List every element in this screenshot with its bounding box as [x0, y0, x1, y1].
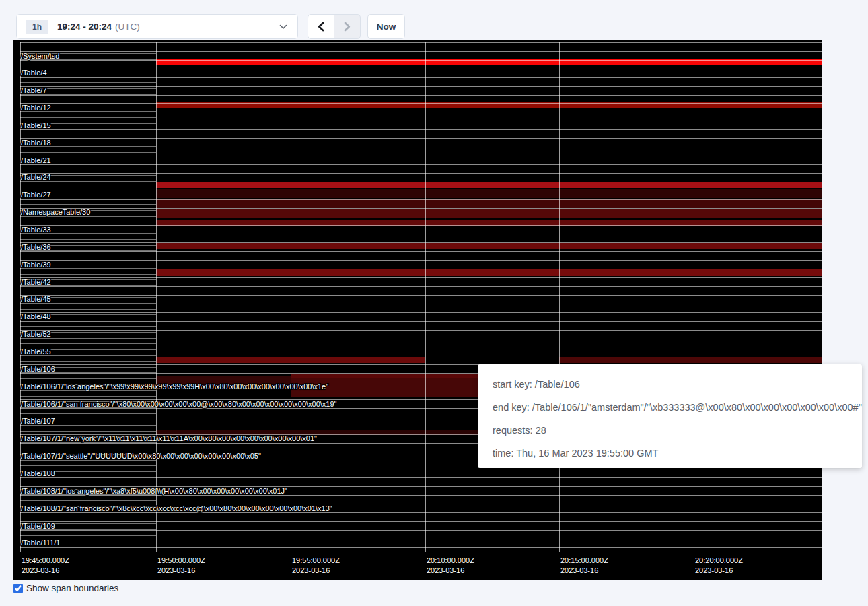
span-boundary-line — [20, 260, 822, 261]
span-label: /Table/107 — [21, 417, 55, 426]
show-span-boundaries-checkbox[interactable] — [13, 584, 23, 593]
span-label: /Table/27 — [21, 191, 51, 199]
span-label: /Table/106/1/"san francisco"/"\x80\x00\x… — [21, 400, 337, 409]
span-label: /Table/106/1/"los angeles"/"\x99\x99\x99… — [21, 382, 328, 391]
hover-tooltip: start key: /Table/106 end key: /Table/10… — [478, 364, 862, 468]
tooltip-requests: requests: 28 — [493, 424, 855, 438]
chevron-right-icon — [343, 22, 351, 32]
now-button[interactable]: Now — [367, 14, 405, 39]
span-label: /Table/108/1/"san francisco"/"\x8c\xcc\x… — [21, 504, 332, 513]
span-label: /Table/33 — [21, 226, 51, 234]
span-boundary-line — [20, 234, 822, 234]
time-axis-label: 19:55:00.000Z2023-03-16 — [292, 556, 340, 576]
span-label: /Table/15 — [21, 121, 51, 130]
time-axis-date: 2023-03-16 — [695, 566, 743, 576]
previous-range-button[interactable] — [308, 14, 334, 39]
time-axis-label: 20:20:00.000Z2023-03-16 — [695, 556, 743, 576]
span-boundary-line — [20, 156, 822, 156]
heat-cell — [559, 357, 822, 363]
span-label: /Table/45 — [21, 295, 51, 304]
span-label: /Table/107/1/"new york"/"\x11\x11\x11\x1… — [21, 434, 317, 443]
span-boundary-line — [20, 208, 822, 209]
span-boundary-line — [20, 138, 822, 139]
span-boundary-line — [20, 269, 822, 269]
time-axis-label: 20:15:00.000Z2023-03-16 — [560, 556, 608, 576]
span-boundary-line — [20, 477, 822, 478]
chevron-down-icon — [279, 24, 287, 30]
heat-cell — [156, 220, 822, 226]
span-boundary-line — [20, 539, 822, 539]
time-range-label: 19:24 - 20:24 — [57, 22, 112, 32]
span-boundary-line — [20, 42, 822, 43]
span-boundary-line — [20, 77, 822, 78]
time-axis-date: 2023-03-16 — [157, 566, 205, 576]
span-boundary-line — [20, 121, 822, 121]
span-label: /System/tsd — [21, 52, 59, 61]
heat-cell — [156, 182, 822, 189]
span-boundary-line — [20, 147, 822, 147]
span-boundary-line — [20, 339, 822, 339]
time-axis-time: 19:50:00.000Z — [157, 556, 205, 566]
span-boundary-line — [20, 295, 822, 296]
span-boundary-line — [20, 304, 822, 304]
footer: Show span boundaries — [13, 583, 118, 593]
time-axis-time: 20:15:00.000Z — [560, 556, 608, 566]
time-axis-date: 2023-03-16 — [22, 566, 69, 576]
tooltip-end-key: end key: /Table/106/1/"amsterdam"/"\xb33… — [493, 401, 855, 415]
span-boundary-line — [20, 129, 822, 130]
span-boundary-line — [20, 112, 822, 112]
time-gridline — [425, 42, 426, 552]
heat-cell — [156, 269, 822, 276]
time-range-selector[interactable]: 1h 19:24 - 20:24 (UTC) — [16, 14, 298, 39]
span-boundary-line — [20, 530, 822, 531]
key-visualizer-canvas[interactable]: /System/tsd/Table/4/Table/7/Table/12/Tab… — [13, 40, 822, 580]
span-boundary-line — [20, 330, 822, 331]
span-boundary-line — [20, 95, 822, 96]
time-gridline — [694, 42, 694, 552]
heat-cell — [156, 243, 822, 249]
time-axis-date: 2023-03-16 — [427, 566, 474, 576]
span-boundary-line — [20, 251, 822, 252]
timezone-label: (UTC) — [115, 22, 140, 32]
span-label: /Table/42 — [21, 278, 51, 287]
time-axis-time: 19:55:00.000Z — [292, 556, 340, 566]
span-boundary-line — [20, 286, 822, 287]
span-boundary-line — [20, 217, 822, 217]
tooltip-start-key: start key: /Table/106 — [493, 378, 855, 392]
show-span-boundaries-label: Show span boundaries — [26, 583, 118, 593]
span-boundary-line — [20, 321, 822, 322]
span-boundary-line — [20, 191, 822, 191]
span-boundary-line — [20, 242, 822, 243]
span-boundary-line — [20, 277, 822, 278]
span-boundary-line — [20, 225, 822, 226]
time-axis-label: 19:50:00.000Z2023-03-16 — [157, 556, 205, 576]
span-boundary-line — [20, 547, 822, 548]
next-range-button[interactable] — [334, 14, 361, 39]
span-label: /Table/111/1 — [21, 539, 60, 547]
span-boundary-line — [20, 347, 822, 347]
span-label: /Table/108/1/"los angeles"/"\xa8\xf5\u00… — [21, 487, 287, 496]
span-boundary-line — [20, 182, 822, 182]
time-axis-label: 20:10:00.000Z2023-03-16 — [427, 556, 474, 576]
span-label: /Table/18 — [21, 139, 51, 147]
span-label: /Table/48 — [21, 312, 51, 321]
span-boundary-line — [20, 69, 822, 69]
time-axis-date: 2023-03-16 — [292, 566, 340, 576]
span-label: /Table/21 — [21, 156, 51, 165]
span-label: /Table/109 — [21, 522, 55, 531]
span-boundary-line — [20, 356, 822, 356]
span-label: /Table/24 — [21, 173, 51, 182]
time-axis-time: 20:20:00.000Z — [695, 556, 743, 566]
span-boundary-line — [20, 469, 822, 469]
span-boundary-line — [20, 521, 822, 522]
span-boundary-line — [20, 51, 822, 52]
span-boundary-line — [20, 312, 822, 313]
span-boundary-line — [20, 86, 822, 87]
span-label: /Table/39 — [21, 261, 51, 269]
span-label: /Table/106 — [21, 365, 55, 374]
span-label: /NamespaceTable/30 — [21, 208, 90, 217]
time-axis-time: 19:45:00.000Z — [22, 556, 69, 566]
span-label: /Table/4 — [21, 69, 47, 77]
duration-badge: 1h — [26, 20, 48, 34]
span-boundary-line — [20, 103, 822, 104]
